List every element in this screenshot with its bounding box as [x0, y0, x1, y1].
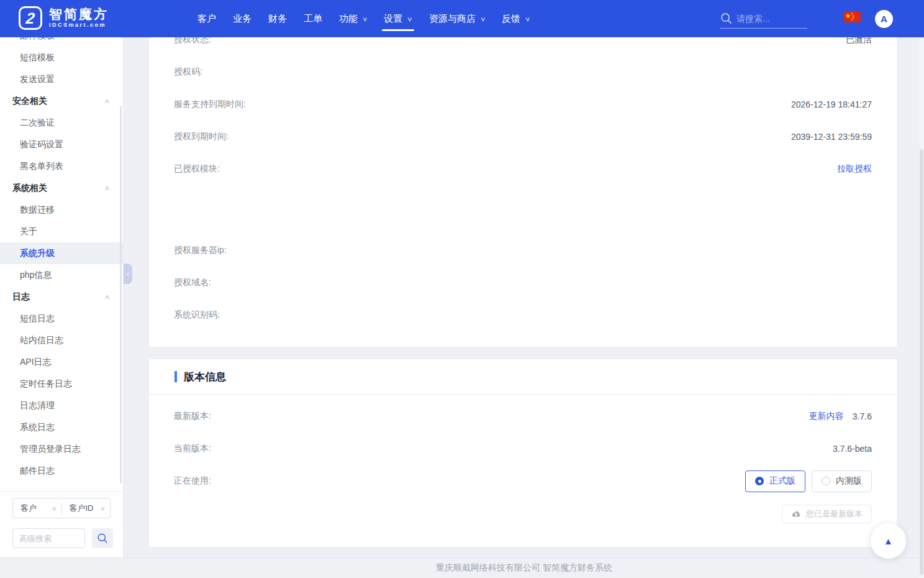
nav-item-feedback[interactable]: 反馈∨ [502, 0, 530, 37]
chevron-down-icon: ∨ [480, 16, 486, 22]
sidebar-item-system-upgrade[interactable]: 系统升级 [0, 242, 123, 264]
sidebar-group-logs[interactable]: 日志∧ [0, 286, 123, 308]
sidebar-item-admin-login-log[interactable]: 管理员登录日志 [0, 438, 123, 460]
nav-item-settings[interactable]: 设置∨ [384, 0, 412, 37]
sidebar-item-data-migration[interactable]: 数据迁移 [0, 199, 123, 221]
pull-authorization-link[interactable]: 拉取授权 [837, 163, 872, 175]
advanced-search-input[interactable] [12, 528, 85, 548]
chevron-up-icon: ∧ [104, 98, 110, 104]
sidebar-item-blacklist[interactable]: 黑名单列表 [0, 155, 123, 177]
channel-row: 正在使用: 正式版 内测版 [149, 465, 897, 497]
advanced-search-button[interactable] [92, 528, 113, 548]
sidebar-item-sms-log[interactable]: 短信日志 [0, 308, 123, 329]
settings-sidebar: 邮件模板 短信模板 发送设置 安全相关∧ 二次验证 验证码设置 黑名单列表 系统… [0, 37, 124, 557]
auth-server-ip-row: 授权服务器ip: [149, 234, 897, 267]
cloud-upload-icon [791, 510, 801, 518]
nav-item-features[interactable]: 功能∨ [339, 0, 367, 37]
sidebar-item-email-templates[interactable]: 邮件模板 [0, 37, 123, 47]
modules-list-area [149, 185, 897, 234]
field-label: 正在使用: [174, 475, 211, 487]
field-label: 授权码: [174, 67, 202, 78]
sidebar-item-site-message-log[interactable]: 站内信日志 [0, 329, 123, 351]
chevron-left-icon: ‹ [127, 270, 129, 278]
field-label: 授权域名: [174, 277, 211, 288]
update-content-link[interactable]: 更新内容 [809, 411, 844, 422]
current-version-value: 3.7.6-beta [833, 444, 872, 454]
auth-code-row: 授权码: [149, 56, 897, 88]
sidebar-item-send-settings[interactable]: 发送设置 [0, 68, 123, 90]
main-content: 授权状态: 已激活 授权码: 服务支持到期时间: 2026-12-19 18:4… [124, 37, 924, 557]
support-expiry-row: 服务支持到期时间: 2026-12-19 18:41:27 [149, 88, 897, 121]
language-flag-icon[interactable]: ★ ★ ★ ★ ★ [844, 11, 861, 22]
top-navigation-bar: 2 智简魔方 IDCSmart.com 客户 业务 财务 工单 功能∨ 设置∨ … [0, 0, 924, 37]
version-card-header: 版本信息 [149, 359, 897, 395]
sidebar-item-cron-log[interactable]: 定时任务日志 [0, 373, 123, 395]
field-label: 已授权模块: [174, 163, 220, 175]
field-value: 2026-12-19 18:41:27 [791, 99, 872, 109]
channel-option-stable[interactable]: 正式版 [745, 470, 805, 492]
latest-version-row: 最新版本: 更新内容 3.7.6 [149, 400, 897, 433]
latest-version-value: 3.7.6 [853, 411, 872, 421]
search-icon [720, 12, 732, 24]
sidebar-item-two-factor[interactable]: 二次验证 [0, 112, 123, 134]
sidebar-item-email-log[interactable]: 邮件日志 [0, 460, 123, 482]
chevron-up-icon: ∧ [104, 293, 110, 300]
global-search [720, 9, 807, 29]
chevron-down-icon: ∨ [52, 505, 57, 511]
scrollbar-thumb[interactable] [920, 149, 923, 575]
sidebar-item-api-log[interactable]: API日志 [0, 351, 123, 373]
page-scrollbar[interactable] [919, 37, 924, 578]
nav-item-tickets[interactable]: 工单 [304, 0, 322, 37]
auth-domain-row: 授权域名: [149, 267, 897, 299]
nav-item-business[interactable]: 业务 [233, 0, 251, 37]
authorized-modules-row: 已授权模块: 拉取授权 [149, 153, 897, 185]
field-value: 2039-12-31 23:59:59 [791, 132, 872, 142]
logo-mark-icon: 2 [19, 6, 42, 30]
sidebar-item-sms-templates[interactable]: 短信模板 [0, 47, 123, 68]
logo-subtitle: IDCSmart.com [49, 21, 109, 29]
app-logo[interactable]: 2 智简魔方 IDCSmart.com [19, 6, 109, 30]
field-label: 授权到期时间: [174, 131, 229, 142]
chevron-down-icon: ∨ [525, 16, 531, 22]
chevron-down-icon: ∨ [362, 16, 368, 22]
sidebar-item-system-log[interactable]: 系统日志 [0, 416, 123, 438]
search-input[interactable] [736, 14, 801, 24]
search-filter-select: 客户∨ 客户ID∨ [12, 498, 111, 518]
sidebar-quick-search: 客户∨ 客户ID∨ [0, 491, 124, 557]
channel-option-beta[interactable]: 内测版 [812, 470, 872, 492]
back-to-top-button[interactable]: ▲ [871, 523, 906, 559]
field-label: 授权服务器ip: [174, 245, 227, 256]
chevron-down-icon: ∨ [407, 16, 413, 22]
filter-field-select[interactable]: 客户ID∨ [61, 503, 111, 514]
nav-item-finance[interactable]: 财务 [268, 0, 287, 37]
field-label: 服务支持到期时间: [174, 99, 246, 110]
authorization-card: 授权状态: 已激活 授权码: 服务支持到期时间: 2026-12-19 18:4… [149, 24, 897, 347]
auth-expiry-row: 授权到期时间: 2039-12-31 23:59:59 [149, 121, 897, 153]
version-info-card: 版本信息 最新版本: 更新内容 3.7.6 当前版本: 3.7.6-beta 正… [149, 359, 897, 547]
footer-text: 重庆顺戴网络科技有限公司 智简魔方财务系统 [436, 562, 612, 574]
triangle-up-icon: ▲ [884, 536, 893, 546]
chevron-down-icon: ∨ [100, 505, 106, 511]
user-avatar[interactable]: A [875, 10, 893, 28]
sidebar-item-about[interactable]: 关于 [0, 221, 123, 242]
section-title: 版本信息 [184, 370, 226, 384]
page-footer: 重庆顺戴网络科技有限公司 智简魔方财务系统 [0, 557, 924, 578]
already-latest-button[interactable]: 您已是最新版本 [782, 505, 872, 523]
sidebar-group-security[interactable]: 安全相关∧ [0, 90, 123, 112]
sidebar-group-system[interactable]: 系统相关∧ [0, 177, 123, 199]
nav-item-customers[interactable]: 客户 [197, 0, 216, 37]
main-nav: 客户 业务 财务 工单 功能∨ 设置∨ 资源与商店∨ 反馈∨ [197, 0, 530, 37]
nav-item-resources-store[interactable]: 资源与商店∨ [429, 0, 485, 37]
chevron-up-icon: ∧ [104, 185, 110, 191]
search-icon [97, 533, 108, 544]
sidebar-item-log-cleanup[interactable]: 日志清理 [0, 395, 123, 416]
sidebar-item-captcha-settings[interactable]: 验证码设置 [0, 134, 123, 155]
sidebar-item-php-info[interactable]: php信息 [0, 264, 123, 286]
sidebar-scrollbar[interactable] [120, 106, 122, 484]
sidebar-collapse-handle[interactable]: ‹ [124, 264, 132, 284]
filter-type-select[interactable]: 客户∨ [13, 503, 61, 514]
sidebar-menu: 邮件模板 短信模板 发送设置 安全相关∧ 二次验证 验证码设置 黑名单列表 系统… [0, 37, 123, 482]
logo-title: 智简魔方 [49, 7, 109, 21]
field-label: 最新版本: [174, 411, 211, 422]
current-version-row: 当前版本: 3.7.6-beta [149, 433, 897, 465]
